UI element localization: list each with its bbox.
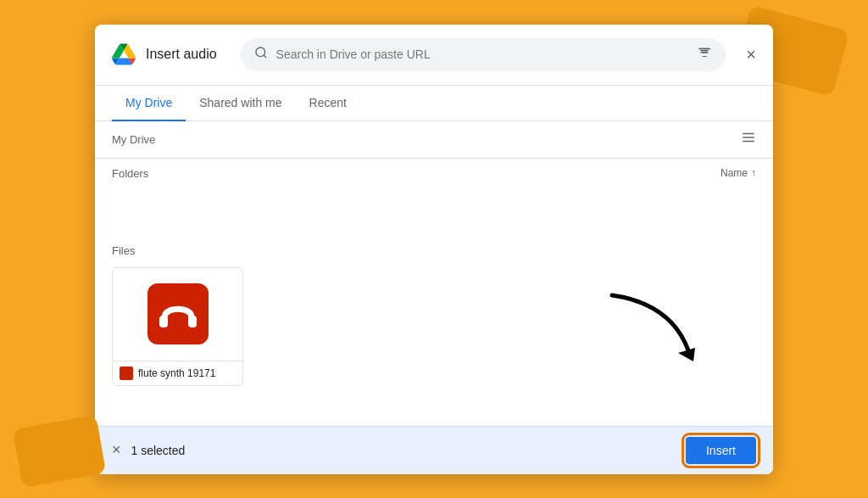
files-grid: flute synth 19171 [112,267,756,386]
file-name: flute synth 19171 [138,367,215,379]
folders-label: Folders [112,167,148,180]
svg-rect-10 [159,316,168,327]
google-drive-logo [112,42,136,66]
sort-control[interactable]: Name ↑ [721,167,756,179]
tab-recent[interactable]: Recent [296,86,360,121]
file-card[interactable]: flute synth 19171 [112,267,243,386]
search-input[interactable] [276,48,689,61]
breadcrumb-bar: My Drive [95,121,773,159]
dialog-header: Insert audio × [95,25,773,86]
file-type-icon [147,283,209,344]
sort-name-label: Name [721,167,748,179]
clear-selection-button[interactable]: × [112,441,121,459]
svg-rect-9 [147,283,209,344]
files-section: Files flute synth [95,238,773,396]
search-icon [254,46,268,63]
selected-count-label: 1 selected [131,444,186,457]
file-browser-content: My Drive Folders Name ↑ Files [95,121,773,426]
sort-direction-icon: ↑ [751,167,756,179]
list-view-icon[interactable] [741,130,756,149]
insert-button[interactable]: Insert [686,437,756,464]
folders-area [95,187,773,238]
footer-left: × 1 selected [112,441,185,459]
insert-audio-dialog: Insert audio × [95,25,773,474]
file-small-type-icon [120,367,133,380]
close-button[interactable]: × [746,46,756,63]
svg-line-1 [264,55,266,58]
svg-rect-11 [188,316,197,327]
tab-my-drive[interactable]: My Drive [112,86,186,121]
folders-section-header: Folders Name ↑ [95,159,773,187]
tab-shared-with-me[interactable]: Shared with me [186,86,295,121]
file-thumbnail [113,268,242,361]
files-label: Files [112,244,756,257]
filter-icon[interactable] [697,45,712,64]
dialog-title: Insert audio [146,47,217,62]
svg-point-0 [256,48,265,57]
dialog-footer: × 1 selected Insert [95,426,773,474]
file-name-bar: flute synth 19171 [113,361,242,385]
tabs-bar: My Drive Shared with me Recent [95,86,773,121]
search-bar[interactable] [241,38,726,71]
breadcrumb: My Drive [112,133,155,146]
